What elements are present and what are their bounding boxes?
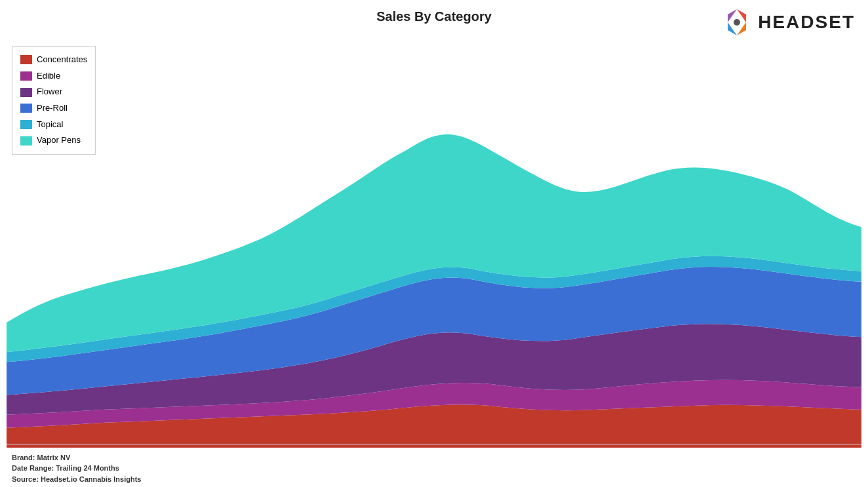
legend-item-flower: Flower: [20, 84, 87, 100]
source-value: Headset.io Cannabis Insights: [41, 475, 141, 483]
legend-item-vapor-pens: Vapor Pens: [20, 132, 87, 149]
legend-item-topical: Topical: [20, 117, 87, 133]
date-range-value: Trailing 24 Months: [56, 464, 119, 472]
legend-label-concentrates: Concentrates: [37, 52, 87, 68]
footer-date-range: Date Range: Trailing 24 Months: [12, 463, 141, 474]
legend-label-topical: Topical: [37, 117, 63, 133]
legend-label-flower: Flower: [37, 84, 62, 100]
page: HEADSET Sales By Category Concentrates E…: [0, 0, 868, 487]
legend-label-edible: Edible: [37, 68, 60, 85]
brand-label: Brand:: [12, 454, 35, 461]
footer-source: Source: Headset.io Cannabis Insights: [12, 474, 141, 485]
legend-label-preroll: Pre-Roll: [37, 100, 68, 117]
legend-item-concentrates: Concentrates: [20, 52, 87, 68]
source-label: Source:: [12, 475, 39, 483]
legend-color-concentrates: [20, 55, 32, 64]
chart-legend: Concentrates Edible Flower Pre-Roll Topi…: [12, 46, 96, 155]
footer-brand: Brand: Matrix NV: [12, 452, 141, 463]
brand-value: Matrix NV: [37, 454, 71, 461]
legend-color-topical: [20, 120, 32, 129]
legend-color-flower: [20, 88, 32, 97]
date-range-label: Date Range:: [12, 464, 54, 472]
chart-svg: 2022-10 2023-01 2023-04 2023-07 2023-10 …: [7, 39, 861, 448]
legend-color-preroll: [20, 104, 32, 113]
footer-info: Brand: Matrix NV Date Range: Trailing 24…: [12, 452, 141, 485]
legend-item-edible: Edible: [20, 68, 87, 85]
chart-area: 2022-10 2023-01 2023-04 2023-07 2023-10 …: [7, 39, 861, 448]
chart-title: Sales By Category: [0, 9, 868, 24]
legend-color-vapor-pens: [20, 136, 32, 146]
legend-label-vapor-pens: Vapor Pens: [37, 132, 81, 149]
legend-item-preroll: Pre-Roll: [20, 100, 87, 117]
legend-color-edible: [20, 71, 32, 81]
